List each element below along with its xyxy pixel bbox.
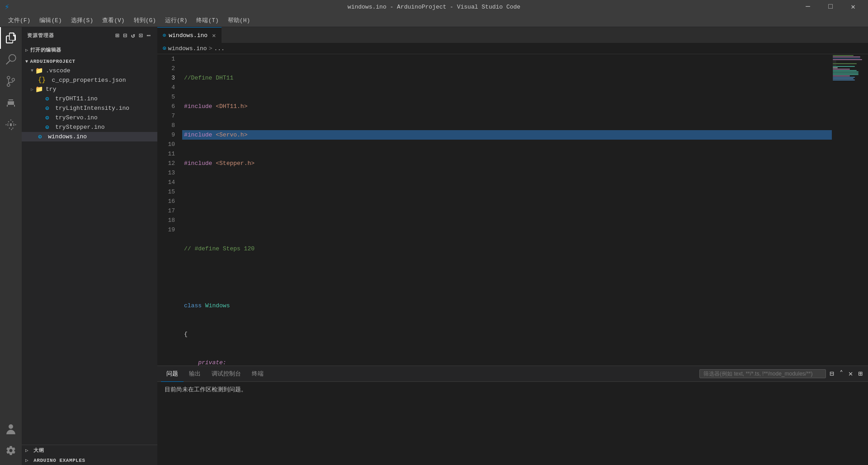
- source-control-icon[interactable]: [0, 70, 22, 92]
- title-bar: ⚡ windows.ino - ArduinoProject - Visual …: [0, 0, 868, 14]
- search-icon[interactable]: [0, 49, 22, 70]
- line-numbers: 1 2 3 4 5 6 7 8 9 10 11 12 13 14 15 16 1: [157, 54, 182, 366]
- panel-tab-terminal[interactable]: 终端: [246, 366, 269, 382]
- panel-filter-input[interactable]: [699, 369, 826, 378]
- project-header[interactable]: ▼ ARDUINOPROJECT: [22, 57, 157, 66]
- code-editor[interactable]: 1 2 3 4 5 6 7 8 9 10 11 12 13 14 15 16 1: [157, 54, 832, 366]
- line-num-8: 8: [157, 121, 175, 130]
- arduino-examples-label: ARDUINO EXAMPLES: [33, 458, 85, 463]
- open-editors-chevron-icon: ▷: [25, 47, 28, 53]
- minimap-line-19: [833, 80, 855, 80]
- panel-tab-terminal-label: 终端: [252, 370, 264, 378]
- tab-windows-ino[interactable]: ⊙ windows.ino ✕: [157, 27, 222, 43]
- panel: 问题 输出 调试控制台 终端 ⊟ ˄ ✕ ⊞: [157, 366, 868, 465]
- explorer-icon[interactable]: [0, 27, 22, 49]
- outline-chevron-icon: ▷: [25, 448, 28, 453]
- sidebar-item-tryservo[interactable]: ⊙ tryServo.ino: [22, 113, 157, 122]
- code-line-7: // #define Steps 120: [182, 244, 832, 254]
- project-chevron-icon: ▼: [25, 59, 28, 64]
- menu-file[interactable]: 文件(F): [5, 14, 34, 26]
- folder-chevron-icon: ▼: [31, 68, 33, 73]
- arduino-examples-header[interactable]: ▷ ARDUINO EXAMPLES: [22, 456, 157, 465]
- minimap-line-16: [833, 75, 850, 76]
- minimap-line-8: [833, 65, 836, 66]
- code-line-10: {: [182, 329, 832, 339]
- run-debug-icon[interactable]: [0, 92, 22, 114]
- minimap-content: [832, 54, 868, 82]
- sidebar-item-tryservo-label: tryServo.ino: [52, 114, 97, 121]
- sidebar-item-try[interactable]: ▷ 📁 try: [22, 85, 157, 94]
- menu-select[interactable]: 选择(S): [67, 14, 97, 26]
- sidebar-item-trylight-label: tryLightIntensity.ino: [52, 105, 129, 112]
- panel-maximize-button[interactable]: ⊞: [856, 367, 864, 380]
- menu-goto[interactable]: 转到(G): [130, 14, 160, 26]
- code-line-8: [182, 272, 832, 282]
- panel-actions: ⊟ ˄ ✕ ⊞: [699, 367, 864, 380]
- open-editors-label: 打开的编辑器: [30, 47, 61, 53]
- open-editors-header[interactable]: ▷ 打开的编辑器: [22, 45, 157, 55]
- sidebar-header: 资源管理器 ⊞ ⊟ ↺ ⊡ ⋯: [22, 27, 157, 44]
- breadcrumb: ⊙ windows.ino > ...: [157, 43, 868, 54]
- sidebar-item-cpp-props[interactable]: {} c_cpp_properties.json: [22, 75, 157, 85]
- panel-tab-output[interactable]: 输出: [184, 366, 206, 382]
- panel-filter-icon[interactable]: ⊟: [828, 367, 836, 380]
- code-line-1: //Define DHT11: [182, 73, 832, 83]
- menu-edit[interactable]: 编辑(E): [36, 14, 65, 26]
- line-num-18: 18: [157, 216, 175, 225]
- outline-section-header[interactable]: ▷ 大纲: [22, 445, 157, 456]
- sidebar: 资源管理器 ⊞ ⊟ ↺ ⊡ ⋯ ▷ 打开的编辑器 ▼ ARDUINOPROJEC…: [22, 27, 157, 465]
- line-num-2: 2: [157, 64, 175, 73]
- code-line-6: [182, 216, 832, 225]
- breadcrumb-rest[interactable]: ...: [214, 45, 224, 52]
- code-line-4: #include <Stepper.h>: [182, 159, 832, 168]
- tab-close-button[interactable]: ✕: [212, 32, 216, 39]
- activity-bar-bottom: [0, 418, 22, 465]
- breadcrumb-file[interactable]: windows.ino: [168, 45, 207, 52]
- ino-file-icon-5: ⊙: [38, 133, 42, 141]
- panel-tabs: 问题 输出 调试控制台 终端 ⊟ ˄ ✕ ⊞: [157, 366, 868, 382]
- new-folder-icon[interactable]: ⊟: [123, 31, 128, 40]
- line-num-7: 7: [157, 111, 175, 121]
- menu-terminal[interactable]: 终端(T): [193, 14, 222, 26]
- close-button[interactable]: ✕: [843, 0, 863, 14]
- refresh-icon[interactable]: ↺: [130, 31, 136, 40]
- line-num-13: 13: [157, 168, 175, 178]
- panel-close-button[interactable]: ✕: [847, 367, 855, 380]
- main-container: 资源管理器 ⊞ ⊟ ↺ ⊡ ⋯ ▷ 打开的编辑器 ▼ ARDUINOPROJEC…: [0, 27, 868, 465]
- panel-collapse-button[interactable]: ˄: [838, 367, 845, 380]
- editor-area: ⊙ windows.ino ✕ ⊙ windows.ino > ... 1 2 …: [157, 27, 868, 465]
- code-content[interactable]: //Define DHT11 #include <DHT11.h> #inclu…: [182, 54, 832, 366]
- settings-icon[interactable]: [0, 440, 22, 461]
- breadcrumb-separator: >: [209, 45, 212, 52]
- sidebar-item-trystepper[interactable]: ⊙ tryStepper.ino: [22, 122, 157, 132]
- try-folder-chevron-icon: ▷: [31, 87, 33, 92]
- tab-bar: ⊙ windows.ino ✕: [157, 27, 868, 43]
- new-file-icon[interactable]: ⊞: [114, 31, 120, 40]
- sidebar-item-trydht11[interactable]: ⊙ tryDHT11.ino: [22, 94, 157, 103]
- code-area: 1 2 3 4 5 6 7 8 9 10 11 12 13 14 15 16 1: [157, 54, 868, 366]
- collapse-all-icon[interactable]: ⊡: [138, 31, 144, 40]
- minimap-line-10: [833, 67, 838, 68]
- menu-view[interactable]: 查看(V): [99, 14, 128, 26]
- panel-tab-problems[interactable]: 问题: [161, 366, 184, 382]
- account-icon[interactable]: [0, 418, 22, 440]
- sidebar-item-trylight[interactable]: ⊙ tryLightIntensity.ino: [22, 103, 157, 113]
- more-actions-icon[interactable]: ⋯: [146, 31, 152, 40]
- sidebar-item-vscode[interactable]: ▼ 📁 .vscode: [22, 66, 157, 75]
- menu-help[interactable]: 帮助(H): [224, 14, 254, 26]
- sidebar-item-windows[interactable]: ⊙ windows.ino: [22, 132, 157, 141]
- sidebar-item-cpp-props-label: c_cpp_properties.json: [48, 77, 126, 84]
- sidebar-bottom: ▷ 大纲 ▷ ARDUINO EXAMPLES: [22, 445, 157, 465]
- sidebar-title: 资源管理器: [27, 32, 54, 39]
- breadcrumb-file-icon: ⊙: [163, 45, 166, 52]
- maximize-button[interactable]: □: [820, 0, 841, 14]
- tab-label: windows.ino: [169, 32, 208, 39]
- line-num-19: 19: [157, 225, 175, 235]
- minimize-button[interactable]: ─: [797, 0, 818, 14]
- sidebar-item-vscode-label: .vscode: [46, 67, 71, 74]
- minimap-line-13: [833, 71, 859, 72]
- tab-file-icon: ⊙: [163, 32, 166, 39]
- panel-tab-debug[interactable]: 调试控制台: [206, 366, 246, 382]
- menu-run[interactable]: 运行(R): [161, 14, 191, 26]
- extensions-icon[interactable]: [0, 114, 22, 136]
